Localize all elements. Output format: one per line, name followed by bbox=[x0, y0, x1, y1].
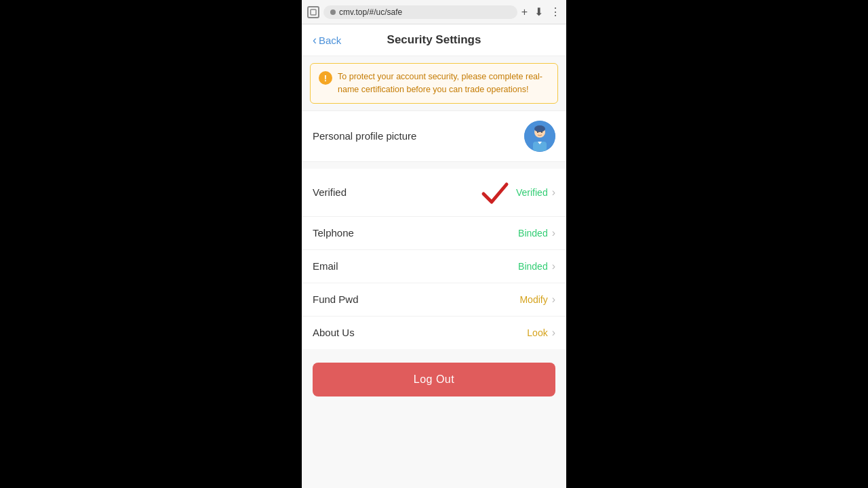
logout-button[interactable]: Log Out bbox=[313, 363, 555, 396]
chevron-right-icon: › bbox=[552, 186, 555, 199]
telphone-status: Binded bbox=[518, 228, 548, 239]
warning-icon: ! bbox=[319, 71, 332, 85]
settings-section: Verified Verified › Telphone Binded › bbox=[302, 169, 566, 349]
chevron-right-icon: › bbox=[552, 327, 555, 339]
tab-icon bbox=[307, 6, 319, 18]
menu-button[interactable]: ⋮ bbox=[550, 5, 561, 18]
fund-pwd-status: Modify bbox=[519, 294, 547, 305]
url-bar[interactable]: cmv.top/#/uc/safe bbox=[323, 5, 517, 19]
row-label-fund-pwd: Fund Pwd bbox=[313, 293, 359, 305]
chevron-right-icon: › bbox=[552, 293, 555, 306]
row-label-email: Email bbox=[313, 260, 338, 272]
row-right-email: Binded › bbox=[518, 260, 555, 272]
url-text: cmv.top/#/uc/safe bbox=[339, 7, 402, 17]
svg-point-3 bbox=[534, 125, 545, 132]
warning-banner: ! To protect your account security, plea… bbox=[310, 63, 558, 104]
page-content: ‹ Back Security Settings ! To protect yo… bbox=[302, 24, 566, 488]
svg-point-7 bbox=[541, 131, 542, 133]
back-chevron-icon: ‹ bbox=[313, 34, 317, 46]
settings-row-email[interactable]: Email Binded › bbox=[302, 250, 566, 283]
back-button[interactable]: ‹ Back bbox=[313, 34, 341, 46]
chevron-right-icon: › bbox=[552, 227, 555, 239]
row-label-about-us: About Us bbox=[313, 327, 355, 338]
avatar bbox=[524, 121, 555, 152]
row-label-verified: Verified bbox=[313, 186, 347, 198]
download-button[interactable]: ⬇ bbox=[534, 5, 543, 18]
row-label-telphone: Telphone bbox=[313, 227, 354, 239]
chevron-right-icon: › bbox=[552, 260, 555, 272]
secure-dot bbox=[330, 9, 336, 15]
settings-row-telphone[interactable]: Telphone Binded › bbox=[302, 217, 566, 250]
email-status: Binded bbox=[518, 261, 548, 272]
profile-label: Personal profile picture bbox=[313, 130, 416, 142]
settings-row-fund-pwd[interactable]: Fund Pwd Modify › bbox=[302, 283, 566, 317]
page-header: ‹ Back Security Settings bbox=[302, 24, 566, 56]
browser-chrome: cmv.top/#/uc/safe + ⬇ ⋮ bbox=[302, 0, 566, 24]
settings-row-verified[interactable]: Verified Verified › bbox=[302, 169, 566, 217]
row-right-verified: Verified › bbox=[478, 179, 555, 206]
page-title: Security Settings bbox=[387, 33, 481, 47]
row-right-fund-pwd: Modify › bbox=[519, 293, 555, 306]
svg-rect-0 bbox=[311, 9, 316, 15]
warning-text: To protect your account security, please… bbox=[338, 70, 549, 96]
phone-frame: cmv.top/#/uc/safe + ⬇ ⋮ ‹ Back Security … bbox=[302, 0, 566, 488]
row-right-telphone: Binded › bbox=[518, 227, 555, 239]
svg-point-6 bbox=[537, 131, 538, 133]
row-right-about-us: Look › bbox=[527, 327, 555, 339]
verified-checkmark-icon bbox=[478, 179, 512, 206]
profile-picture-row[interactable]: Personal profile picture bbox=[302, 110, 566, 162]
browser-actions: + ⬇ ⋮ bbox=[521, 5, 561, 18]
logout-section: Log Out bbox=[302, 349, 566, 410]
back-label: Back bbox=[319, 35, 341, 46]
verified-status: Verified bbox=[516, 187, 548, 198]
settings-row-about-us[interactable]: About Us Look › bbox=[302, 317, 566, 349]
new-tab-button[interactable]: + bbox=[521, 6, 528, 18]
about-us-status: Look bbox=[527, 327, 547, 338]
